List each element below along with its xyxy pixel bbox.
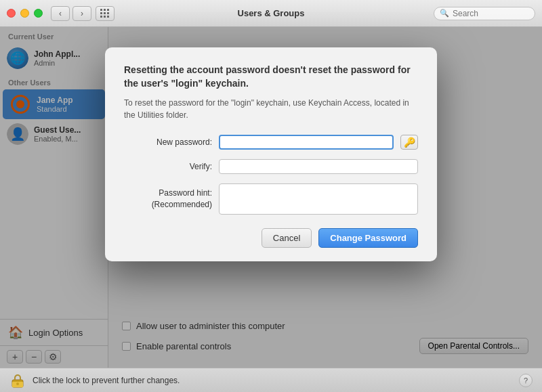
- search-input[interactable]: [453, 9, 529, 18]
- lock-icon: [9, 372, 26, 389]
- window-title: Users & Groups: [238, 8, 305, 18]
- lock-icon-container[interactable]: [9, 372, 26, 389]
- search-icon: 🔍: [440, 9, 449, 18]
- verify-input[interactable]: [219, 159, 418, 174]
- titlebar: ‹ › Users & Groups 🔍: [0, 0, 542, 27]
- password-dialog: Resetting the account password doesn't r…: [105, 47, 437, 261]
- change-password-button[interactable]: Change Password: [318, 228, 418, 248]
- main-area: Current User 🌐 John Appl... Admin Other …: [0, 27, 542, 368]
- key-button[interactable]: 🔑: [400, 135, 418, 150]
- cancel-button[interactable]: Cancel: [262, 228, 312, 248]
- minimize-button[interactable]: [20, 9, 29, 18]
- svg-point-2: [16, 383, 19, 385]
- verify-row: Verify:: [124, 159, 418, 174]
- close-button[interactable]: [7, 9, 16, 18]
- back-button[interactable]: ‹: [51, 6, 70, 21]
- dialog-body: To reset the password for the "login" ke…: [124, 97, 418, 121]
- bottom-bar-text: Click the lock to prevent further change…: [33, 376, 180, 385]
- hint-row: Password hint: (Recommended): [124, 183, 418, 215]
- nav-buttons: ‹ ›: [51, 6, 91, 21]
- verify-label: Verify:: [124, 162, 212, 171]
- help-button[interactable]: ?: [519, 374, 533, 387]
- dialog-buttons: Cancel Change Password: [124, 228, 418, 248]
- maximize-button[interactable]: [34, 9, 43, 18]
- grid-icon: [100, 9, 110, 18]
- new-password-row: New password: 🔑: [124, 135, 418, 150]
- traffic-lights: [7, 9, 43, 18]
- search-box[interactable]: 🔍: [434, 7, 535, 20]
- dialog-form: New password: 🔑 Verify: Password hint: (…: [124, 135, 418, 215]
- grid-view-button[interactable]: [96, 6, 114, 21]
- hint-input[interactable]: [219, 183, 418, 215]
- forward-button[interactable]: ›: [72, 6, 91, 21]
- hint-label: Password hint: (Recommended): [124, 188, 212, 211]
- new-password-input[interactable]: [219, 135, 394, 150]
- dialog-overlay: Resetting the account password doesn't r…: [0, 27, 542, 368]
- dialog-title: Resetting the account password doesn't r…: [124, 64, 418, 90]
- new-password-label: New password:: [124, 137, 212, 147]
- bottom-bar: Click the lock to prevent further change…: [0, 368, 542, 392]
